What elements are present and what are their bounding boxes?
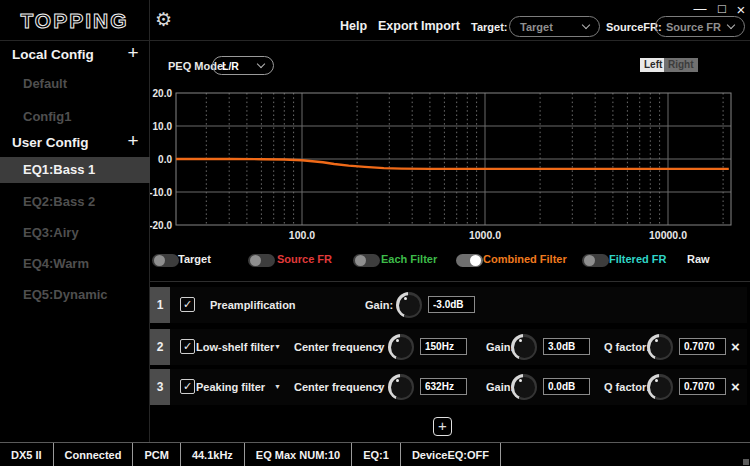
logo-box: TOPPING xyxy=(0,0,150,41)
freq-mode-dropdown[interactable]: Center frequency xyxy=(294,381,384,393)
sidebar-item-eq2[interactable]: EQ2:Bass 2 xyxy=(0,189,150,215)
sourcefr-legend-label: Source FR xyxy=(277,253,332,265)
add-user-config-button[interactable]: + xyxy=(124,130,142,152)
frequency-input[interactable] xyxy=(420,338,467,355)
toggle-knob xyxy=(355,255,366,266)
filtered-fr-toggle[interactable] xyxy=(582,254,609,267)
raw-legend-label: Raw xyxy=(687,253,710,265)
resize-grip[interactable] xyxy=(743,459,749,465)
q-factor-input[interactable] xyxy=(679,338,726,355)
q-factor-label: Q factor: xyxy=(604,341,650,353)
sidebar-item-eq4[interactable]: EQ4:Warm xyxy=(0,251,150,277)
target-dropdown[interactable]: Target xyxy=(509,16,600,37)
add-filter-button[interactable]: + xyxy=(433,417,452,436)
filter-enabled-checkbox[interactable]: ✓ xyxy=(180,297,195,312)
delete-filter-button[interactable]: × xyxy=(731,338,740,355)
import-button[interactable]: Import xyxy=(421,19,460,33)
toggle-knob xyxy=(584,255,595,266)
target-dropdown-value: Target xyxy=(520,21,553,33)
status-device: DX5 II xyxy=(0,443,54,466)
chevron-down-icon: ▼ xyxy=(274,383,281,390)
q-factor-knob[interactable] xyxy=(647,334,673,360)
gain-knob[interactable] xyxy=(511,334,537,360)
toggle-knob xyxy=(154,255,165,266)
filter-number: 3 xyxy=(150,369,170,405)
export-button[interactable]: Export xyxy=(378,19,418,33)
svg-text:10000.0: 10000.0 xyxy=(649,229,687,241)
filter-row-2: 2 ✓ Low-shelf filter ▼ Center frequency … xyxy=(150,329,747,365)
channel-left-button[interactable]: Left xyxy=(640,58,666,72)
sidebar-item-eq1[interactable]: EQ1:Bass 1 xyxy=(0,157,150,183)
status-samplerate: 44.1kHz xyxy=(181,443,245,466)
combined-filter-toggle[interactable] xyxy=(456,254,483,267)
gain-label: Gain: xyxy=(486,381,514,393)
add-local-config-button[interactable]: + xyxy=(124,42,142,64)
status-connection: Connected xyxy=(54,443,134,466)
svg-text:10.0: 10.0 xyxy=(153,121,173,132)
gain-knob[interactable] xyxy=(511,374,537,400)
q-factor-input[interactable] xyxy=(679,378,726,395)
freq-mode-dropdown[interactable]: Center frequency xyxy=(294,341,384,353)
target-label: Target: xyxy=(471,21,507,33)
sidebar: Local Config + Default Config1 User Conf… xyxy=(0,41,150,443)
toggle-knob xyxy=(250,255,261,266)
chevron-down-icon: ▼ xyxy=(376,343,383,350)
svg-text:20.0: 20.0 xyxy=(153,88,173,99)
status-eq-max: EQ Max NUM:10 xyxy=(245,443,352,466)
sidebar-item-default[interactable]: Default xyxy=(0,71,150,97)
chevron-down-icon xyxy=(257,60,265,68)
q-factor-knob[interactable] xyxy=(647,374,673,400)
status-format: PCM xyxy=(133,443,180,466)
svg-text:100.0: 100.0 xyxy=(289,229,315,241)
filter-enabled-checkbox[interactable]: ✓ xyxy=(180,379,195,394)
q-factor-label: Q factor: xyxy=(604,381,650,393)
gain-label: Gain: xyxy=(486,341,514,353)
channel-right-button[interactable]: Right xyxy=(664,58,698,72)
svg-text:0.0: 0.0 xyxy=(158,154,172,165)
chevron-down-icon xyxy=(582,21,590,29)
eq-response-chart: 100.01000.010000.020.010.00.0-10.0-20.0 xyxy=(150,88,750,246)
sidebar-item-eq3[interactable]: EQ3:Airy xyxy=(0,220,150,246)
status-eq-index: EQ:1 xyxy=(352,443,401,466)
filtered-fr-legend-label: Filtered FR xyxy=(609,253,666,265)
combined-filter-legend-label: Combined Filter xyxy=(483,253,567,265)
filter-number: 2 xyxy=(150,329,170,365)
frequency-knob[interactable] xyxy=(388,334,414,360)
svg-text:-10.0: -10.0 xyxy=(150,187,172,198)
svg-text:-20.0: -20.0 xyxy=(150,220,172,231)
svg-text:1000.0: 1000.0 xyxy=(469,229,501,241)
chevron-down-icon: ▼ xyxy=(376,383,383,390)
filter-enabled-checkbox[interactable]: ✓ xyxy=(180,339,195,354)
rows-panel-divider xyxy=(150,281,750,282)
gain-input[interactable] xyxy=(543,338,590,355)
sourcefr-toggle[interactable] xyxy=(248,254,275,267)
each-filter-toggle[interactable] xyxy=(353,254,380,267)
user-config-header: User Config xyxy=(12,135,89,150)
gain-label: Gain: xyxy=(365,299,393,311)
filter-type-dropdown[interactable]: Peaking filter xyxy=(196,381,265,393)
each-filter-legend-label: Each Filter xyxy=(381,253,437,265)
sidebar-item-config1[interactable]: Config1 xyxy=(0,104,150,130)
filter-number: 1 xyxy=(150,287,170,323)
peq-mode-dropdown[interactable]: L/R xyxy=(212,56,274,75)
sidebar-item-eq5[interactable]: EQ5:Dynamic xyxy=(0,282,150,308)
frequency-input[interactable] xyxy=(420,378,467,395)
gain-input[interactable] xyxy=(428,296,475,313)
close-button[interactable]: × xyxy=(733,1,749,18)
filter-row-1: 1 ✓ Preamplification Gain: xyxy=(150,287,747,323)
minimize-button[interactable]: — xyxy=(692,1,708,16)
toggle-knob xyxy=(470,255,481,266)
app-window: TOPPING ⚙ Help Export Import Target: Tar… xyxy=(0,0,750,466)
sourcefr-dropdown[interactable]: Source FR xyxy=(655,16,745,37)
help-button[interactable]: Help xyxy=(340,19,367,33)
chevron-down-icon xyxy=(727,21,735,29)
target-toggle[interactable] xyxy=(152,254,179,267)
gain-input[interactable] xyxy=(543,378,590,395)
filter-type-dropdown[interactable]: Low-shelf filter xyxy=(196,341,274,353)
frequency-knob[interactable] xyxy=(388,374,414,400)
gear-icon[interactable]: ⚙ xyxy=(155,8,172,31)
delete-filter-button[interactable]: × xyxy=(731,378,740,395)
gain-knob[interactable] xyxy=(396,292,422,318)
preamplification-label: Preamplification xyxy=(210,299,296,311)
maximize-button[interactable]: □ xyxy=(714,1,730,16)
